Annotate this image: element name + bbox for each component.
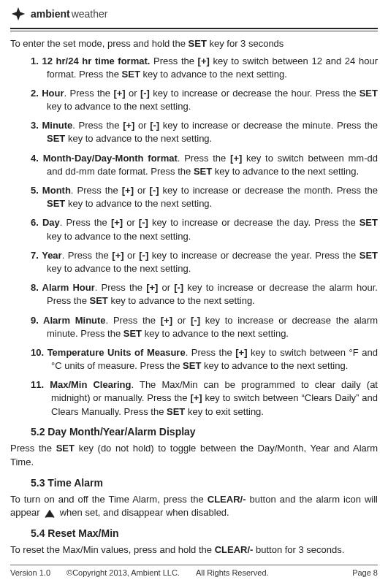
step-text: or [123, 217, 139, 228]
step-num: 4. [31, 153, 43, 164]
intro-prefix: To enter the set mode, press and hold th… [10, 38, 189, 49]
sec54-text: To reset the Max/Min values, press and h… [10, 544, 215, 555]
step-key: [-] [139, 250, 148, 261]
section-5-4-body: To reset the Max/Min values, press and h… [10, 543, 378, 557]
step-text: . Press the [62, 250, 113, 261]
section-5-3-body: To turn on and off the Time Alarm, press… [10, 493, 378, 521]
step-title: Month-Day/Day-Month format [43, 153, 178, 164]
step-key: [+] [146, 282, 158, 293]
divider-thin [10, 31, 378, 31]
step-key: [-] [150, 185, 159, 196]
step-key: [+] [198, 56, 210, 66]
page-footer: Version 1.0 ©Copyright 2013, Ambient LLC… [10, 565, 378, 577]
footer-copyright: ©Copyright 2013, Ambient LLC. [66, 568, 180, 577]
step-title: 12 hr/24 hr time format. [42, 56, 150, 66]
step-text: key to advance to the next setting. [47, 263, 191, 274]
step-7: 7. Year. Press the [+] or [-] key to inc… [31, 249, 378, 275]
step-text: or [124, 250, 140, 261]
brand-name: ambientweather [31, 8, 108, 20]
sec52-text: Press the [10, 443, 56, 454]
step-num: 1. [31, 56, 42, 66]
step-text: key to increase or decrease the year. Pr… [148, 250, 359, 261]
step-title: Minute [42, 120, 72, 131]
step-key: [+] [190, 392, 202, 403]
step-num: 10. [31, 347, 47, 358]
step-key: [+] [122, 185, 134, 196]
step-text: or [126, 88, 140, 99]
step-text: . Press the [95, 282, 146, 293]
step-11: 11. Max/Min Clearing. The Max/Min can be… [31, 378, 378, 419]
step-key: SET [123, 328, 142, 339]
brand-light: weather [72, 8, 108, 20]
step-title: Max/Min Clearing [50, 379, 131, 390]
step-key: SET [183, 360, 201, 371]
step-4: 4. Month-Day/Day-Month format. Press the… [31, 152, 378, 178]
step-key: SET [194, 166, 212, 177]
step-title: Alarm Minute [43, 315, 105, 326]
sec53-text: when set, and disappear when disabled. [60, 507, 229, 518]
sec54-key: CLEAR/- [215, 544, 254, 555]
settings-steps: 1. 12 hr/24 hr time format. Press the [+… [10, 55, 378, 419]
step-text: key to advance to the next setting. [201, 360, 348, 371]
step-title: Alarm Hour [42, 282, 95, 293]
step-text: key to advance to the next setting. [108, 295, 255, 306]
step-text: key to advance to the next setting. [140, 69, 287, 80]
step-text: . Press the [186, 347, 236, 358]
brand-header: ambientweather [10, 6, 378, 25]
step-key: [+] [111, 217, 123, 228]
sec52-key: SET [56, 443, 75, 454]
step-key: SET [122, 69, 140, 80]
step-key: [+] [230, 153, 242, 164]
section-5-4-head: 5.4 Reset Max/Min [31, 527, 378, 539]
step-key: SET [47, 133, 65, 144]
step-key: [-] [150, 120, 159, 131]
step-num: 9. [31, 315, 43, 326]
step-text: . Press the [106, 315, 161, 326]
step-text: key to exit setting. [185, 406, 264, 417]
step-5: 5. Month. Press the [+] or [-] key to in… [31, 184, 378, 210]
step-key: [-] [140, 88, 150, 99]
step-text: key to increase or decrease the day. Pre… [148, 217, 360, 228]
footer-version: Version 1.0 [10, 568, 50, 577]
step-text: key to advance to the next setting. [212, 166, 359, 177]
step-key: [-] [191, 315, 200, 326]
step-text: . Press the [64, 88, 114, 99]
step-title: Year [42, 250, 61, 261]
step-text: key to advance to the next setting. [142, 328, 289, 339]
step-3: 3. Minute. Press the [+] or [-] key to i… [31, 119, 378, 145]
sec54-text: button for 3 seconds. [253, 544, 344, 555]
step-text: . Press the [71, 185, 122, 196]
step-num: 3. [31, 120, 42, 131]
step-text: . Press the [178, 153, 230, 164]
step-title: Temperature Units of Measure [47, 347, 186, 358]
step-text: or [158, 282, 174, 293]
step-1: 1. 12 hr/24 hr time format. Press the [+… [31, 55, 378, 81]
step-num: 2. [31, 88, 42, 99]
step-text: or [134, 120, 150, 131]
step-key: [+] [123, 120, 134, 131]
divider-heavy [10, 28, 378, 29]
step-num: 11. [31, 379, 50, 390]
step-key: SET [47, 198, 65, 209]
step-key: SET [360, 250, 378, 261]
alarm-icon [44, 509, 56, 518]
step-key: [+] [161, 315, 172, 326]
step-key: [+] [113, 88, 125, 99]
step-key: [+] [235, 347, 247, 358]
step-text: key to advance to the next setting. [65, 198, 212, 209]
step-text: key to increase or decrease the month. P… [159, 185, 378, 196]
step-text: Press the [150, 56, 197, 66]
step-text: or [134, 185, 150, 196]
step-num: 5. [31, 185, 42, 196]
step-title: Month [42, 185, 71, 196]
step-text: . Press the [60, 217, 111, 228]
footer-page: Page 8 [352, 568, 378, 577]
step-8: 8. Alarm Hour. Press the [+] or [-] key … [31, 281, 378, 308]
brand-bold: ambient [31, 8, 70, 20]
step-num: 8. [31, 282, 42, 293]
step-key: SET [360, 88, 378, 99]
step-key: SET [167, 406, 185, 417]
section-5-2-body: Press the SET key (do not hold) to toggl… [10, 442, 378, 470]
step-key: SET [90, 295, 108, 306]
step-text: or [172, 315, 191, 326]
